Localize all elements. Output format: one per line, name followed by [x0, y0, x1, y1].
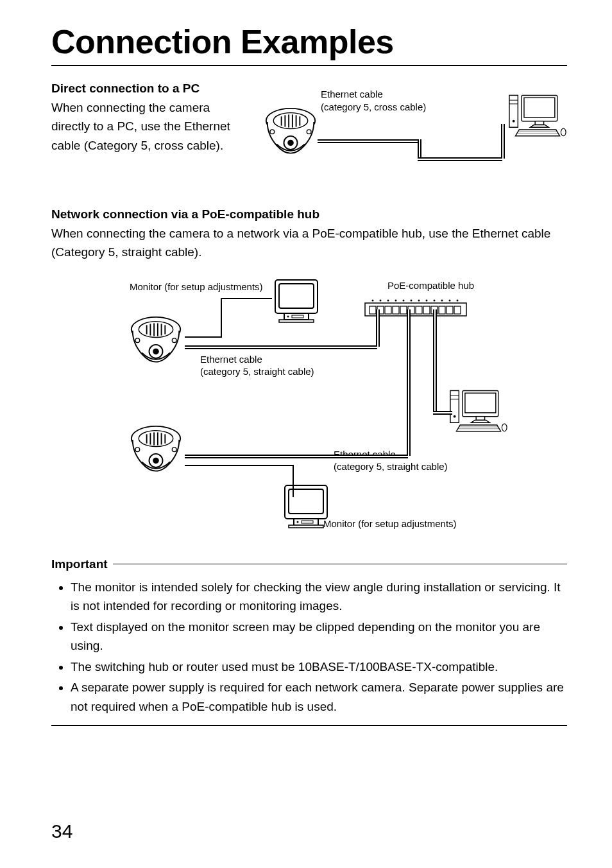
dome-camera-icon — [128, 316, 183, 371]
section2-text: When connecting the camera to a network … — [51, 224, 567, 262]
page-number: 34 — [51, 820, 72, 842]
section-direct-pc: Direct connection to a PC When connectin… — [51, 82, 567, 191]
wire — [433, 411, 452, 415]
label-ethernet-1: Ethernet cable (category 5, straight cab… — [200, 353, 314, 378]
pc-icon — [449, 386, 508, 437]
section-poe-hub: Network connection via a PoE-compatible … — [51, 207, 567, 541]
network-hub-icon — [364, 297, 467, 317]
crt-monitor-icon — [273, 277, 320, 324]
diagram-poe-hub: Monitor (for setup adjustments) PoE-comp… — [51, 271, 567, 541]
important-item: The monitor is intended solely for check… — [71, 578, 567, 616]
crt-monitor-icon — [282, 483, 330, 529]
diagram-direct-pc: Ethernet cable (category 5, cross cable) — [257, 82, 567, 191]
page-title: Connection Examples — [51, 22, 567, 61]
pc-icon — [508, 91, 567, 141]
label-monitor2: Monitor (for setup adjustments) — [323, 518, 457, 529]
label-ethernet-2: Ethernet cable (category 5, straight cab… — [334, 448, 448, 473]
label-hub: PoE-compatible hub — [387, 280, 474, 291]
section-end-rule — [51, 725, 567, 726]
section2-heading: Network connection via a PoE-compatible … — [51, 207, 567, 221]
label-eth1-l2: (category 5, straight cable) — [200, 366, 314, 377]
wire — [221, 298, 272, 299]
important-heading: Important — [51, 557, 108, 571]
manual-page: Connection Examples Direct connection to… — [0, 0, 612, 868]
wire — [433, 309, 437, 412]
wire — [376, 309, 380, 347]
wire — [501, 124, 505, 159]
diagram1-cable-label: Ethernet cable (category 5, cross cable) — [321, 88, 426, 113]
label-eth1-l1: Ethernet cable — [200, 354, 262, 365]
dome-camera-icon — [263, 107, 318, 162]
important-item: The switching hub or router used must be… — [71, 657, 567, 676]
wire — [185, 345, 377, 349]
wire — [318, 139, 419, 143]
wire — [418, 157, 502, 161]
wire — [221, 298, 222, 338]
dome-camera-icon — [128, 425, 183, 480]
wire — [185, 455, 408, 458]
important-rule — [113, 564, 567, 564]
wire — [293, 465, 294, 497]
wire — [185, 336, 222, 338]
label-eth2-l2: (category 5, straight cable) — [334, 461, 448, 472]
section1-heading: Direct connection to a PC — [51, 82, 244, 96]
section1-text: When connecting the camera directly to a… — [51, 98, 244, 155]
wire — [185, 465, 294, 466]
important-item: Text displayed on the monitor screen may… — [71, 618, 567, 655]
cable-label-line2: (category 5, cross cable) — [321, 101, 426, 112]
label-monitor1: Monitor (for setup adjustments) — [130, 281, 263, 292]
important-list: The monitor is intended solely for check… — [51, 578, 567, 716]
cable-label-line1: Ethernet cable — [321, 89, 383, 100]
important-item: A separate power supply is required for … — [71, 678, 567, 716]
important-heading-row: Important — [51, 557, 567, 571]
wire — [407, 309, 411, 456]
title-rule — [51, 65, 567, 66]
wire — [418, 139, 421, 159]
